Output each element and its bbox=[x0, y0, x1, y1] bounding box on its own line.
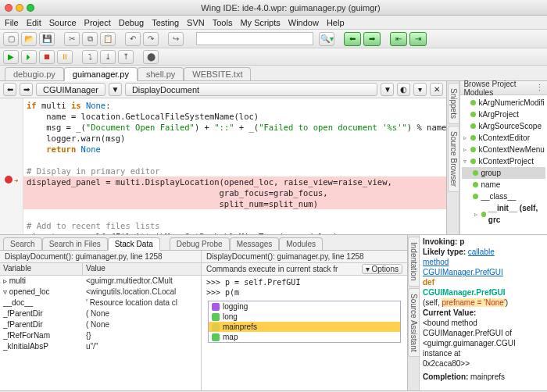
chevron-right-icon[interactable]: ▹ bbox=[473, 208, 478, 220]
var-name[interactable]: _kInitialAbsP bbox=[0, 341, 83, 352]
completion-item[interactable]: long bbox=[223, 312, 238, 321]
variable-list[interactable]: ▹ multi<guimgr.multiedtor.CMult ▿ opened… bbox=[0, 276, 201, 390]
scope-method-dropdown-icon[interactable]: ▼ bbox=[381, 83, 394, 96]
zoom-icon[interactable] bbox=[27, 4, 34, 12]
tab-debug-probe[interactable]: Debug Probe bbox=[170, 237, 230, 250]
stack-frame-label[interactable]: DisplayDocument(): guimanager.py, line 1… bbox=[0, 251, 201, 263]
code-editor[interactable]: ➔ if multi is None: name = location.GetL… bbox=[0, 98, 446, 234]
tab-search-in-files[interactable]: Search in Files bbox=[42, 237, 108, 250]
copy-icon[interactable]: ⧉ bbox=[82, 32, 98, 46]
breakpoint-icon[interactable] bbox=[5, 176, 13, 184]
open-file-icon[interactable]: 📂 bbox=[21, 32, 37, 46]
close-editor-icon[interactable]: ✕ bbox=[430, 83, 443, 96]
menu-myscripts[interactable]: My Scripts bbox=[240, 18, 280, 27]
menu-help[interactable]: Help bbox=[327, 18, 345, 27]
step-out-icon[interactable]: ⤒ bbox=[118, 50, 134, 64]
menu-tools[interactable]: Tools bbox=[213, 18, 233, 27]
tree-item[interactable]: kArgNumericModifi bbox=[478, 97, 544, 109]
asst-type-link[interactable]: method bbox=[423, 257, 544, 267]
nav-fwd-button[interactable]: ➡ bbox=[363, 32, 381, 46]
save-icon[interactable]: 💾 bbox=[39, 32, 55, 46]
completion-item[interactable]: map bbox=[223, 333, 238, 341]
project-tree[interactable]: kArgNumericModifi kArgProject kArgSource… bbox=[460, 95, 547, 227]
step-over-icon[interactable]: ⤵ bbox=[82, 50, 98, 64]
breakpoint-toggle-icon[interactable]: ⬤ bbox=[143, 50, 159, 64]
debug-probe-terminal[interactable]: >>> p = self.PrefGUI >>> p(m bbox=[202, 276, 407, 299]
scope-class[interactable]: CGUIManager bbox=[36, 83, 105, 96]
editor-gutter[interactable]: ➔ bbox=[0, 98, 23, 234]
tab-debugio[interactable]: debugio.py bbox=[5, 67, 64, 80]
var-name[interactable]: _fParentDir bbox=[0, 308, 83, 319]
undo-icon[interactable]: ↶ bbox=[125, 32, 141, 46]
asst-symbol-link[interactable]: CGUIManager.PrefGUI bbox=[423, 267, 544, 277]
scope-class-dropdown-icon[interactable]: ▼ bbox=[109, 83, 122, 96]
tab-modules[interactable]: Modules bbox=[279, 237, 323, 250]
menu-debug[interactable]: Debug bbox=[119, 18, 144, 27]
chevron-right-icon[interactable]: ▹ bbox=[462, 132, 468, 144]
col-variable[interactable]: Variable bbox=[0, 263, 83, 275]
tree-item[interactable]: name bbox=[481, 179, 500, 191]
search-icon[interactable]: 🔍▾ bbox=[319, 32, 334, 46]
palette-icon[interactable]: ◐ bbox=[397, 83, 410, 96]
tree-item[interactable]: kArgSourceScope bbox=[478, 120, 542, 132]
paste-icon[interactable]: 📋 bbox=[100, 32, 116, 46]
menu-testing[interactable]: Testing bbox=[152, 18, 179, 27]
redo-icon[interactable]: ↷ bbox=[143, 32, 159, 46]
tree-item-selected[interactable]: group bbox=[481, 167, 501, 179]
goto-icon[interactable]: ↪ bbox=[168, 32, 184, 46]
col-value[interactable]: Value bbox=[83, 263, 201, 275]
history-fwd-icon[interactable]: ➡ bbox=[20, 83, 33, 96]
completion-item-selected[interactable]: mainprefs bbox=[223, 323, 257, 331]
completion-item[interactable]: logging bbox=[223, 302, 248, 311]
menu-file[interactable]: File bbox=[5, 18, 19, 27]
tree-item[interactable]: kContextProject bbox=[478, 155, 534, 167]
tree-item[interactable]: kContextNewMenu bbox=[478, 144, 544, 155]
tab-search[interactable]: Search bbox=[3, 237, 42, 250]
var-name[interactable]: _fRefForNam bbox=[0, 330, 83, 341]
var-name[interactable]: ▹ multi bbox=[0, 276, 83, 287]
debug-run2-icon[interactable]: ⏵ bbox=[21, 50, 37, 64]
sidetab-source-assistant[interactable]: Source Assistant bbox=[408, 288, 419, 357]
sidetab-indentation[interactable]: Indentation bbox=[408, 237, 419, 287]
cut-icon[interactable]: ✂ bbox=[64, 32, 80, 46]
debug-pause-icon[interactable]: ⏸ bbox=[57, 50, 73, 64]
sidetab-snippets[interactable]: Snippets bbox=[448, 83, 459, 124]
tab-website[interactable]: WEBSITE.txt bbox=[184, 67, 251, 80]
toolbar-search-input[interactable] bbox=[196, 32, 313, 45]
var-name[interactable]: _fParentDir bbox=[0, 319, 83, 330]
menu-edit[interactable]: Edit bbox=[27, 18, 41, 27]
menu-project[interactable]: Project bbox=[84, 18, 111, 27]
menu-source[interactable]: Source bbox=[49, 18, 77, 27]
minimize-icon[interactable] bbox=[16, 4, 23, 12]
scope-method[interactable]: DisplayDocument bbox=[125, 83, 377, 96]
options-icon[interactable]: ▾ bbox=[413, 83, 427, 96]
close-icon[interactable] bbox=[5, 4, 13, 12]
panel-options-icon[interactable]: ⋮ bbox=[535, 83, 544, 93]
new-file-icon[interactable]: ▢ bbox=[3, 32, 19, 46]
indent-left-icon[interactable]: ⇤ bbox=[390, 32, 407, 46]
tab-stack-data[interactable]: Stack Data bbox=[108, 237, 160, 251]
tree-item[interactable]: kArgProject bbox=[478, 109, 519, 120]
step-into-icon[interactable]: ⤓ bbox=[100, 50, 116, 64]
tab-shell[interactable]: shell.py bbox=[138, 67, 184, 80]
tab-messages[interactable]: Messages bbox=[230, 237, 280, 250]
nav-back-button[interactable]: ⬅ bbox=[344, 32, 361, 46]
var-name[interactable]: __doc__ bbox=[0, 298, 83, 308]
probe-frame-label[interactable]: DisplayDocument(): guimanager.py, line 1… bbox=[206, 252, 364, 261]
asst-type-link[interactable]: callable bbox=[468, 248, 495, 256]
chevron-down-icon[interactable]: ▿ bbox=[462, 155, 468, 167]
debug-run-icon[interactable]: ▶ bbox=[3, 50, 19, 64]
tree-item[interactable]: kContextEditor bbox=[478, 132, 530, 144]
debug-stop-icon[interactable]: ⏹ bbox=[39, 50, 55, 64]
var-name[interactable]: ▿ opened_loc bbox=[0, 287, 83, 298]
indent-right-icon[interactable]: ⇥ bbox=[409, 32, 427, 46]
probe-options-button[interactable]: ▾ Options bbox=[362, 264, 402, 274]
tree-item[interactable]: __init__ (self, grc bbox=[488, 202, 545, 226]
tab-guimanager[interactable]: guimanager.py bbox=[64, 67, 138, 81]
menu-svn[interactable]: SVN bbox=[187, 18, 205, 27]
chevron-right-icon[interactable]: ▹ bbox=[462, 144, 468, 155]
tree-item[interactable]: __class__ bbox=[481, 191, 516, 202]
history-back-icon[interactable]: ⬅ bbox=[3, 83, 16, 96]
completion-popup[interactable]: logging long mainprefs map bbox=[208, 301, 401, 343]
sidetab-source-browser[interactable]: Source Browser bbox=[448, 126, 459, 192]
